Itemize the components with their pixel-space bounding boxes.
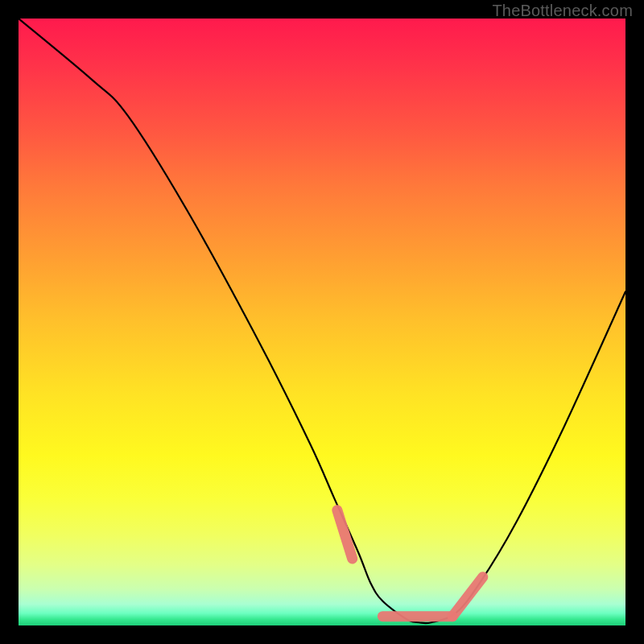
svg-line-0: [337, 510, 353, 559]
curve-layer: [19, 19, 625, 625]
bottleneck-curve: [19, 19, 625, 623]
chart-frame: TheBottleneck.com: [0, 0, 644, 644]
watermark-text: TheBottleneck.com: [492, 2, 633, 20]
plot-area: [19, 19, 625, 625]
highlight-segments: [337, 510, 483, 617]
svg-line-2: [452, 577, 483, 617]
